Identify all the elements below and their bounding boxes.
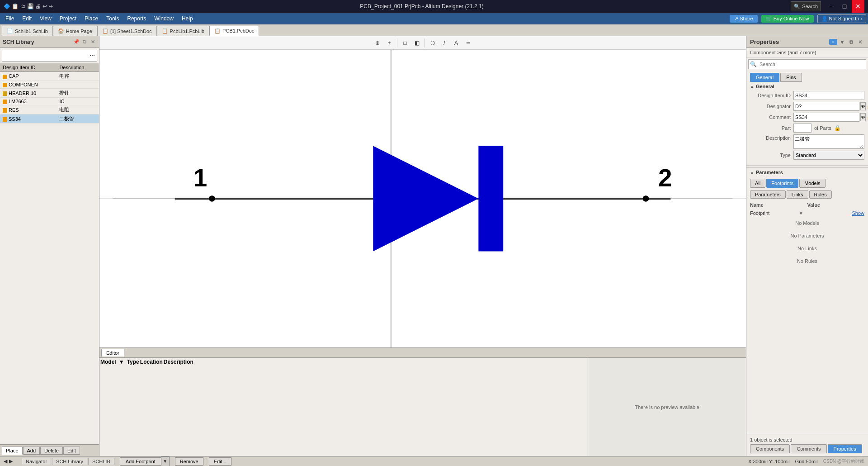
type-select[interactable]: Standard	[793, 151, 864, 160]
place-button[interactable]: Place	[2, 447, 23, 455]
close-button[interactable]: ✕	[852, 0, 864, 13]
designator-input[interactable]	[793, 102, 859, 111]
split-tool-button[interactable]: ◧	[411, 38, 422, 48]
tab-pcblib[interactable]: 📋 PcbLib1.PcbLib	[157, 26, 209, 36]
footprint-label: Footprint	[750, 210, 799, 216]
component-row[interactable]: COMPONEN	[0, 81, 99, 89]
component-row[interactable]: HEADER 10 排针	[0, 89, 99, 98]
filter-button[interactable]: ≡	[829, 38, 837, 46]
user-info[interactable]: 👤 Not Signed In ›	[817, 14, 866, 23]
component-search[interactable]: ⋯	[2, 50, 97, 62]
schematic-canvas[interactable]: 1 2	[99, 50, 746, 347]
sub-tab-rules[interactable]: Rules	[809, 190, 832, 199]
schlib-tab[interactable]: SCHLIB	[88, 458, 114, 465]
properties-search[interactable]: 🔍	[748, 59, 866, 69]
menu-place[interactable]: Place	[81, 14, 102, 23]
component-search-button[interactable]: ⋯	[88, 51, 97, 60]
sub-tab-parameters[interactable]: Parameters	[750, 190, 786, 199]
designator-field: Designator 👁 🔒	[750, 102, 864, 111]
tab-label: PcbLib1.PcbLib	[170, 29, 204, 34]
svg-point-6	[643, 195, 649, 202]
component-search-input[interactable]	[2, 52, 88, 59]
sub-tab-links[interactable]: Links	[787, 190, 808, 199]
designator-eye-icon[interactable]: 👁	[860, 102, 866, 110]
buy-online-button[interactable]: 🛒 Buy Online Now	[761, 15, 814, 23]
editor-tab[interactable]: Editor	[101, 349, 124, 357]
edit-button[interactable]: Edit	[63, 447, 80, 455]
delete-button[interactable]: Delete	[40, 447, 63, 455]
float-icon[interactable]: ⧉	[81, 38, 88, 46]
nav-prev-button[interactable]: ◀	[4, 458, 7, 464]
menu-file[interactable]: File	[2, 14, 18, 23]
tab-pcbdoc[interactable]: 📋 PCB1.PcbDoc	[209, 26, 259, 36]
tab-homepage[interactable]: 🏠 Home Page	[53, 26, 97, 36]
component-row[interactable]: CAP 电容	[0, 72, 99, 81]
comment-input[interactable]	[793, 113, 859, 122]
description-textarea[interactable]: 二极管	[793, 134, 864, 149]
col-design-item-id: Design Item ID	[0, 63, 57, 72]
fill-tool-button[interactable]: ⬡	[427, 38, 438, 48]
close-panel-icon[interactable]: ✕	[89, 38, 96, 46]
show-link[interactable]: Show	[852, 210, 864, 216]
measure-tool-button[interactable]: ━	[462, 38, 473, 48]
share-button[interactable]: ↗ Share	[730, 15, 757, 23]
part-input[interactable]	[793, 124, 811, 133]
bottom-nav-tabs: Navigator SCH Library SCHLIB	[22, 458, 114, 465]
design-item-id-input[interactable]	[793, 91, 864, 100]
param-tab-models[interactable]: Models	[799, 179, 825, 188]
minimize-button[interactable]: –	[825, 0, 837, 13]
properties-search-input[interactable]	[758, 61, 866, 68]
sch-library-tab[interactable]: SCH Library	[52, 458, 87, 465]
menu-window[interactable]: Window	[151, 14, 177, 23]
menu-view[interactable]: View	[36, 14, 55, 23]
line-tool-button[interactable]: /	[439, 38, 450, 48]
filter-btn[interactable]: ≡	[829, 39, 837, 45]
remove-button[interactable]: Remove	[175, 457, 203, 466]
tabbar: 📄 Schlib1.SchLib 🏠 Home Page 📋 [1] Sheet…	[0, 24, 868, 36]
footprint-dropdown-icon[interactable]: ▼	[799, 211, 803, 216]
component-row-selected[interactable]: SS34 二极管	[0, 114, 99, 124]
pin-icon[interactable]: 📌	[73, 38, 80, 46]
add-tool-button[interactable]: +	[384, 38, 395, 48]
expand-icon[interactable]: ▼	[838, 38, 846, 46]
add-button[interactable]: Add	[23, 447, 40, 455]
filter-tool-button[interactable]: ⊕	[372, 38, 383, 48]
window-title: PCB_Project_001.PrjPcb - Altium Designer…	[53, 3, 791, 10]
menu-reports[interactable]: Reports	[123, 14, 150, 23]
tab-schlib[interactable]: 📄 Schlib1.SchLib	[2, 26, 53, 36]
component-desc: IC	[57, 98, 99, 105]
tab-label: [1] Sheet1.SchDoc	[110, 29, 152, 34]
design-item-id-field: Design Item ID	[750, 91, 864, 100]
tab-sheet1[interactable]: 📋 [1] Sheet1.SchDoc	[97, 26, 157, 36]
part-lock-icon[interactable]: 🔒	[834, 125, 841, 131]
navigator-tab[interactable]: Navigator	[22, 458, 51, 465]
component-row[interactable]: LM2663 IC	[0, 98, 99, 105]
titlebar: 🔷 📋 🗂 💾 🖨 ↩ ↪ PCB_Project_001.PrjPcb - A…	[0, 0, 868, 13]
col-sort[interactable]: ▼	[117, 359, 126, 365]
tab-general[interactable]: General	[750, 73, 779, 82]
maximize-button[interactable]: □	[838, 0, 851, 13]
global-search[interactable]: 🔍 Search	[791, 1, 821, 11]
properties-panel-controls: ≡ ▼ ⧉ ✕	[829, 38, 864, 46]
bottom-tab-comments[interactable]: Comments	[791, 444, 826, 453]
nav-next-button[interactable]: ▶	[9, 458, 13, 464]
close-properties-icon[interactable]: ✕	[856, 38, 864, 46]
menu-help[interactable]: Help	[178, 14, 197, 23]
rect-tool-button[interactable]: □	[400, 38, 410, 48]
param-tab-all[interactable]: All	[750, 179, 765, 188]
bottom-tab-properties[interactable]: Properties	[828, 444, 862, 453]
add-footprint-dropdown[interactable]: ▼	[161, 456, 170, 466]
menu-project[interactable]: Project	[56, 14, 80, 23]
component-row[interactable]: RES 电阻	[0, 105, 99, 114]
editor-tab-bar: Editor	[99, 348, 746, 358]
edit-button[interactable]: Edit...	[209, 457, 231, 466]
menu-tools[interactable]: Tools	[103, 14, 123, 23]
menu-edit[interactable]: Edit	[19, 14, 35, 23]
param-tab-footprints[interactable]: Footprints	[766, 179, 798, 188]
bottom-tab-components[interactable]: Components	[750, 444, 790, 453]
add-footprint-button[interactable]: Add Footprint	[120, 457, 161, 466]
tab-pins[interactable]: Pins	[780, 73, 802, 82]
comment-eye-icon[interactable]: 👁	[860, 113, 866, 121]
copy-icon[interactable]: ⧉	[847, 38, 855, 46]
text-tool-button[interactable]: A	[451, 38, 462, 48]
